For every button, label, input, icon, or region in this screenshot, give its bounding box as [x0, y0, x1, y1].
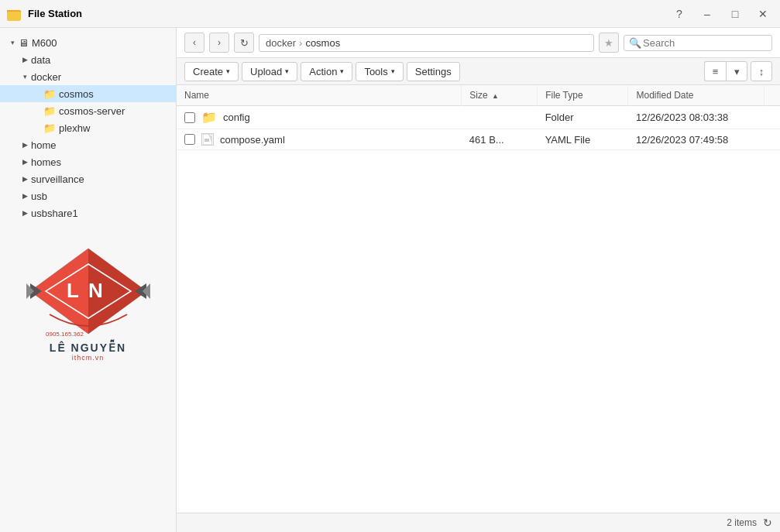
table-body: 📁 config Folder 12/26/2023 08:03:38: [177, 106, 780, 150]
file-date: 12/26/2023 08:03:38: [628, 106, 765, 129]
svg-text:0905.165.362: 0905.165.362: [46, 331, 84, 338]
item-count: 2 items: [727, 517, 757, 528]
sidebar-item-surveillance[interactable]: ▶ surveillance: [0, 170, 176, 187]
file-date: 12/26/2023 07:49:58: [628, 129, 765, 150]
header-size[interactable]: Size ▲: [462, 85, 538, 106]
path-parent: docker: [266, 37, 296, 49]
nav-refresh-button[interactable]: ↻: [234, 33, 254, 53]
search-bar: 🔍: [624, 35, 772, 51]
list-view-dropdown[interactable]: ▾: [726, 61, 747, 81]
sidebar-item-docker[interactable]: ▾ docker: [0, 68, 176, 85]
settings-button[interactable]: Settings: [407, 62, 460, 81]
yaml-file-icon: [201, 133, 214, 146]
file-checkbox[interactable]: [184, 134, 195, 145]
folder-icon: 📁: [201, 110, 217, 125]
sidebar-item-plexhw[interactable]: 📁 plexhw: [0, 119, 176, 136]
toggle-icon: [31, 122, 43, 134]
sidebar-node-m600: ▾ 🖥 M600 ▶ data ▾ docker 📁 cosmos: [0, 34, 176, 221]
sidebar-item-cosmos-server[interactable]: 📁 cosmos-server: [0, 102, 176, 119]
maximize-button[interactable]: □: [724, 3, 746, 25]
table-row[interactable]: 📁 config Folder 12/26/2023 08:03:38: [177, 106, 780, 129]
file-checkbox[interactable]: [184, 112, 195, 123]
toggle-icon: ▶: [19, 156, 31, 168]
app-icon: [6, 6, 22, 22]
back-button[interactable]: ‹: [184, 33, 204, 53]
header-date[interactable]: Modified Date: [628, 85, 765, 106]
svg-text:N: N: [88, 279, 103, 302]
view-controls: ≡ ▾ ↕: [704, 61, 772, 81]
refresh-status-button[interactable]: ↻: [763, 517, 772, 529]
list-view-group: ≡ ▾: [704, 61, 747, 81]
nav-toolbar: ‹ › ↻ docker › cosmos ★ 🔍: [177, 28, 780, 58]
sort-button[interactable]: ↕: [751, 61, 772, 81]
sidebar: ▾ 🖥 M600 ▶ data ▾ docker 📁 cosmos: [0, 28, 177, 532]
path-current: cosmos: [305, 37, 340, 49]
company-website: ithcm.vn: [72, 354, 105, 362]
file-table: Name Size ▲ File Type Modified Date: [177, 85, 780, 150]
search-input[interactable]: [643, 37, 773, 49]
toggle-icon: ▶: [19, 207, 31, 219]
table-row[interactable]: compose.yaml 461 B... YAML File 12/26/20…: [177, 129, 780, 150]
company-logo: L N 0905.165.362: [26, 245, 150, 345]
toggle-icon: ▶: [19, 139, 31, 151]
action-button[interactable]: Action ▾: [301, 62, 352, 81]
path-bar[interactable]: docker › cosmos: [259, 34, 594, 52]
tools-button[interactable]: Tools ▾: [356, 62, 403, 81]
path-separator: ›: [299, 37, 302, 49]
search-icon[interactable]: 🔍: [629, 37, 641, 49]
file-size: 461 B...: [462, 129, 538, 150]
sidebar-item-m600[interactable]: ▾ 🖥 M600: [0, 34, 176, 51]
header-type[interactable]: File Type: [538, 85, 628, 106]
sidebar-item-data[interactable]: ▶ data: [0, 51, 176, 68]
toggle-icon: [31, 88, 43, 100]
content-area: ‹ › ↻ docker › cosmos ★ 🔍 Create ▾ Uploa…: [177, 28, 780, 532]
sidebar-item-cosmos[interactable]: 📁 cosmos: [0, 85, 176, 102]
forward-button[interactable]: ›: [209, 33, 229, 53]
sidebar-item-homes[interactable]: ▶ homes: [0, 153, 176, 170]
folder-icon: 📁: [43, 88, 56, 100]
header-name[interactable]: Name: [177, 85, 462, 106]
toggle-icon: ▶: [19, 53, 31, 66]
list-view-button[interactable]: ≡: [704, 61, 726, 81]
file-type: YAML File: [538, 129, 628, 150]
titlebar: File Station ? – □ ✕: [0, 0, 780, 28]
main-layout: ▾ 🖥 M600 ▶ data ▾ docker 📁 cosmos: [0, 28, 780, 532]
help-button[interactable]: ?: [668, 3, 690, 25]
file-size: [462, 106, 538, 129]
toggle-icon: ▾: [6, 36, 19, 49]
sidebar-item-home[interactable]: ▶ home: [0, 136, 176, 153]
toggle-icon: ▾: [19, 70, 31, 83]
company-name: LÊ NGUYỄN: [50, 342, 126, 354]
upload-button[interactable]: Upload ▾: [242, 62, 297, 81]
table-header: Name Size ▲ File Type Modified Date: [177, 85, 780, 106]
toggle-icon: ▶: [19, 173, 31, 185]
close-button[interactable]: ✕: [752, 3, 774, 25]
file-name: compose.yaml: [220, 134, 285, 146]
toggle-icon: [31, 105, 43, 117]
toggle-icon: ▶: [19, 190, 31, 202]
status-bar: 2 items ↻: [177, 513, 780, 532]
folder-icon: 📁: [43, 122, 56, 134]
window-controls: ? – □ ✕: [668, 3, 774, 25]
file-type: Folder: [538, 106, 628, 129]
action-toolbar: Create ▾ Upload ▾ Action ▾ Tools ▾ Setti…: [177, 58, 780, 85]
file-name-cell: compose.yaml: [184, 133, 454, 146]
server-icon: 🖥: [19, 37, 29, 49]
svg-text:L: L: [67, 279, 79, 302]
create-button[interactable]: Create ▾: [184, 62, 239, 81]
file-name-cell: 📁 config: [184, 110, 454, 125]
file-name: config: [223, 112, 250, 123]
sidebar-item-usb[interactable]: ▶ usb: [0, 187, 176, 204]
app-title: File Station: [28, 8, 668, 19]
sidebar-item-usbshare1[interactable]: ▶ usbshare1: [0, 204, 176, 221]
minimize-button[interactable]: –: [696, 3, 718, 25]
sort-indicator: ▲: [492, 92, 499, 100]
bookmark-button[interactable]: ★: [599, 33, 619, 53]
header-more: [764, 85, 780, 106]
file-list: Name Size ▲ File Type Modified Date: [177, 85, 780, 513]
folder-icon: 📁: [43, 105, 56, 117]
